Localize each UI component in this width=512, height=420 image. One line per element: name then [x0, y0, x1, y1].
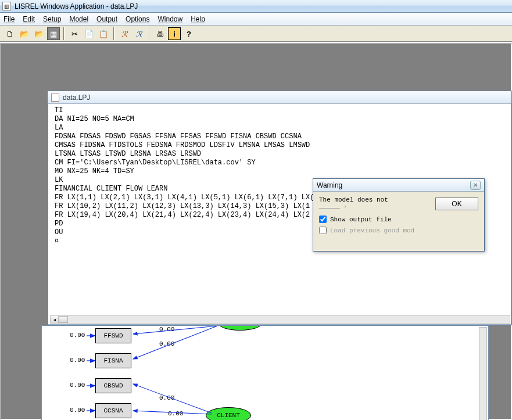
- menu-help[interactable]: Help: [191, 15, 205, 23]
- menu-window[interactable]: Window: [157, 15, 182, 23]
- box-ccsna[interactable]: CCSNA: [95, 403, 131, 418]
- paste-icon: 📋: [99, 30, 108, 38]
- menu-options[interactable]: Options: [126, 15, 149, 23]
- show-output-label: Show output file: [330, 216, 392, 223]
- save-icon: ▦: [50, 30, 57, 38]
- mdi-workspace: FFSWD FISNA CBSWD CCSNA CLIENT 0.00 0.00…: [0, 43, 512, 420]
- show-output-checkbox[interactable]: [319, 216, 327, 223]
- hscroll-left[interactable]: ◂: [51, 316, 59, 323]
- menu-setup[interactable]: Setup: [43, 15, 61, 23]
- open2-button[interactable]: 📂: [33, 27, 45, 40]
- open-button[interactable]: 📂: [18, 27, 31, 40]
- load-prev-label: Load previous good mod: [330, 227, 414, 234]
- menu-model[interactable]: Model: [69, 15, 88, 23]
- dialog-title: Warning: [317, 181, 342, 189]
- box-fisna[interactable]: FISNA: [95, 353, 131, 368]
- zero-ccsna: 0.00: [70, 407, 85, 414]
- run1-icon: ℛ: [121, 30, 127, 38]
- doc-title: data.LPJ: [63, 94, 90, 102]
- doc-titlebar[interactable]: data.LPJ: [48, 91, 511, 104]
- latent-client[interactable]: CLIENT: [206, 407, 251, 420]
- diagram-area: FFSWD FISNA CBSWD CCSNA CLIENT 0.00 0.00…: [43, 326, 478, 420]
- box-fisna-label: FISNA: [103, 357, 123, 364]
- print-button[interactable]: 🖶: [153, 27, 166, 40]
- menu-output[interactable]: Output: [96, 15, 117, 23]
- app-title: LISREL Windows Application - data.LPJ: [15, 2, 138, 10]
- open2-icon: 📂: [34, 30, 44, 38]
- load-prev-checkbox[interactable]: [319, 227, 327, 234]
- copy-icon: 📄: [84, 30, 94, 38]
- box-ccsna-label: CCSNA: [103, 407, 123, 414]
- toolbar: 🗋 📂 📂 ▦ ✂ 📄 📋 ℛ ℛ 🖶 i ?: [0, 26, 512, 43]
- doc-hscroll[interactable]: ◂: [50, 315, 510, 324]
- zero-path-a: 0.00: [159, 326, 174, 333]
- new-button[interactable]: 🗋: [3, 27, 16, 40]
- info-button[interactable]: i: [168, 27, 181, 40]
- hscroll-thumb[interactable]: [59, 316, 68, 323]
- toolbar-sep-1: [63, 27, 65, 40]
- app-icon: ▥: [2, 2, 11, 10]
- ok-button[interactable]: OK: [435, 198, 478, 210]
- menu-file[interactable]: File: [3, 15, 15, 23]
- menu-edit[interactable]: Edit: [23, 15, 35, 23]
- run2-button[interactable]: ℛ: [133, 27, 145, 40]
- toolbar-sep-3: [149, 27, 150, 40]
- help-icon: ?: [187, 30, 191, 38]
- zero-path-c: 0.00: [159, 394, 174, 401]
- box-ffswd-label: FFSWD: [103, 332, 123, 339]
- new-icon: 🗋: [6, 30, 14, 38]
- latent-client-label: CLIENT: [217, 412, 240, 419]
- copy-button[interactable]: 📄: [83, 27, 95, 40]
- zero-cbswd: 0.00: [70, 382, 85, 389]
- open-icon: 📂: [20, 30, 29, 38]
- doc-icon: [51, 94, 59, 102]
- save-button[interactable]: ▦: [47, 27, 60, 40]
- info-icon: i: [173, 30, 176, 38]
- cut-button[interactable]: ✂: [68, 27, 81, 40]
- app-titlebar: ▥ LISREL Windows Application - data.LPJ: [0, 0, 512, 13]
- box-cbswd-label: CBSWD: [103, 382, 123, 389]
- cut-icon: ✂: [71, 30, 78, 38]
- print-icon: 🖶: [156, 30, 164, 38]
- toolbar-sep-2: [113, 27, 114, 40]
- diagram-vscroll[interactable]: [479, 327, 487, 420]
- latent-partial-top: [217, 326, 263, 331]
- zero-path-b: 0.00: [159, 340, 174, 347]
- dialog-body: The model does not ────── ' Show output …: [313, 192, 484, 250]
- run1-button[interactable]: ℛ: [118, 27, 131, 40]
- diagram-window: FFSWD FISNA CBSWD CCSNA CLIENT 0.00 0.00…: [41, 325, 489, 420]
- svg-line-5: [133, 326, 217, 359]
- menubar: File Edit Setup Model Output Options Win…: [0, 13, 512, 26]
- paste-button[interactable]: 📋: [97, 27, 110, 40]
- zero-ffswd: 0.00: [70, 332, 85, 339]
- svg-line-4: [133, 326, 217, 334]
- show-output-check[interactable]: Show output file: [319, 216, 478, 223]
- dialog-titlebar[interactable]: Warning ✕: [313, 179, 484, 192]
- load-prev-check[interactable]: Load previous good mod: [319, 227, 478, 234]
- box-cbswd[interactable]: CBSWD: [95, 378, 131, 393]
- zero-fisna: 0.00: [70, 357, 85, 364]
- run2-icon: ℛ: [136, 30, 142, 38]
- warning-dialog: Warning ✕ The model does not ────── ' Sh…: [313, 178, 485, 252]
- help-button[interactable]: ?: [182, 27, 195, 40]
- close-icon[interactable]: ✕: [470, 181, 481, 190]
- zero-path-d: 0.00: [168, 410, 183, 417]
- box-ffswd[interactable]: FFSWD: [95, 328, 131, 343]
- ok-button-label: OK: [452, 200, 461, 208]
